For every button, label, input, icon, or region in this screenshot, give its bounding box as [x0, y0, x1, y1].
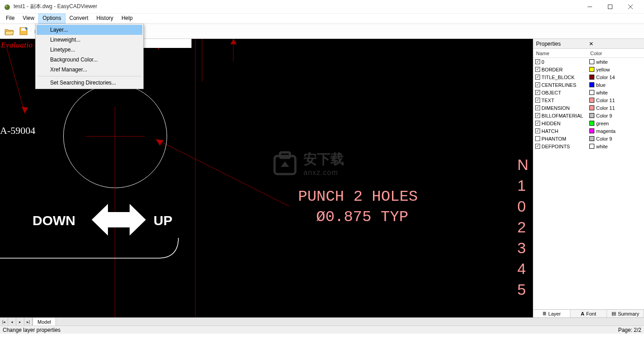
menu-help[interactable]: Help: [117, 14, 137, 24]
layer-name: HATCH: [541, 128, 558, 134]
options-searchdir[interactable]: Set Searching Directories...: [37, 78, 142, 88]
color-label: Color 9: [596, 113, 612, 118]
options-lineweight[interactable]: Lineweight...: [37, 35, 142, 45]
save-button[interactable]: [17, 25, 30, 38]
layer-row[interactable]: ✓TITLE_BLOCKColor 14: [533, 73, 644, 81]
layer-checkbox[interactable]: ✓: [535, 98, 540, 103]
color-label: Color 11: [596, 98, 615, 103]
color-swatch: [589, 136, 594, 141]
layer-checkbox[interactable]: [535, 136, 540, 141]
tab-layer-label: Layer: [548, 311, 561, 316]
hdr-color[interactable]: Color: [588, 51, 644, 56]
options-layer[interactable]: Layer...: [37, 25, 142, 35]
up-label: UP: [154, 213, 173, 228]
sheet-tab-model[interactable]: Model: [33, 318, 56, 326]
color-label: blue: [596, 82, 606, 88]
open-button[interactable]: [3, 25, 15, 38]
minimize-button[interactable]: [579, 0, 600, 13]
nav-prev[interactable]: ◂: [8, 318, 16, 326]
typ-text: Ø0.875 TYP: [316, 208, 408, 226]
menu-options[interactable]: Options: [38, 14, 65, 24]
centerline-h: [86, 136, 145, 137]
layer-checkbox[interactable]: ✓: [535, 144, 540, 149]
layer-name: OBJECT: [541, 90, 561, 95]
layer-checkbox[interactable]: ✓: [535, 59, 540, 64]
layer-checkbox[interactable]: ✓: [535, 105, 540, 110]
color-label: Color 14: [596, 75, 615, 80]
options-xref[interactable]: Xref Manager...: [37, 65, 142, 75]
menu-file[interactable]: File: [2, 14, 19, 24]
sheet-nav-arrows: |◂ ◂ ▸ ▸|: [0, 318, 33, 326]
maximize-button[interactable]: [600, 0, 620, 13]
layer-checkbox[interactable]: ✓: [535, 67, 540, 72]
tab-summary[interactable]: ▤ Summary: [607, 310, 644, 317]
nav-first[interactable]: |◂: [0, 318, 8, 326]
layer-row[interactable]: ✓DEFPOINTSwhite: [533, 142, 644, 150]
properties-title: Properties ✕: [533, 39, 644, 49]
layer-checkbox[interactable]: ✓: [535, 75, 540, 80]
side-0: 0: [517, 196, 528, 217]
nav-last[interactable]: ▸|: [24, 318, 33, 326]
layer-checkbox[interactable]: ✓: [535, 121, 540, 126]
double-arrow-icon: [92, 199, 146, 240]
layer-row[interactable]: ✓0white: [533, 58, 644, 66]
tab-font[interactable]: A Font: [570, 310, 607, 317]
hdr-name[interactable]: Name: [533, 51, 588, 56]
layer-row[interactable]: ✓CENTERLINESblue: [533, 81, 644, 89]
status-message: Change layer properties: [3, 327, 618, 333]
color-label: white: [596, 59, 608, 65]
color-swatch: [589, 98, 594, 103]
layer-checkbox[interactable]: ✓: [535, 82, 540, 87]
summary-icon: ▤: [611, 311, 616, 316]
svg-rect-7: [21, 28, 26, 31]
menubar: File View Options Convert History Help: [0, 14, 644, 24]
side-4: 4: [517, 258, 528, 279]
nav-next[interactable]: ▸: [16, 318, 24, 326]
options-linetype[interactable]: Linetype...: [37, 45, 142, 55]
statusbar: Change layer properties Page: 2/2: [0, 326, 644, 334]
properties-title-text: Properties: [536, 41, 589, 47]
svg-marker-24: [92, 204, 146, 236]
color-swatch: [589, 144, 594, 149]
layer-checkbox[interactable]: ✓: [535, 113, 540, 118]
layer-checkbox[interactable]: ✓: [535, 90, 540, 95]
layer-row[interactable]: ✓OBJECTwhite: [533, 89, 644, 96]
border-curve: [0, 238, 181, 274]
layer-name: BILLOFMATERIAL: [541, 113, 583, 118]
layer-name: DEFPOINTS: [541, 144, 570, 149]
color-label: yellow: [596, 67, 610, 72]
layer-checkbox[interactable]: ✓: [535, 128, 540, 133]
layer-row[interactable]: ✓TEXTColor 11: [533, 96, 644, 104]
tab-font-label: Font: [586, 311, 596, 316]
side-n: N: [517, 154, 528, 175]
menu-convert[interactable]: Convert: [65, 14, 93, 24]
tab-summary-label: Summary: [618, 311, 639, 316]
svg-point-1: [5, 5, 7, 7]
color-swatch: [589, 113, 594, 118]
color-label: magenta: [596, 128, 616, 134]
svg-marker-27: [281, 161, 289, 167]
properties-close-icon[interactable]: ✕: [589, 41, 642, 47]
properties-header: Name Color: [533, 49, 644, 58]
menu-history[interactable]: History: [93, 14, 117, 24]
options-dropdown: Layer... Lineweight... Linetype... Backg…: [35, 24, 144, 89]
color-swatch: [589, 121, 594, 126]
layer-row[interactable]: ✓HIDDENgreen: [533, 119, 644, 127]
side-1: 1: [517, 175, 528, 196]
color-swatch: [589, 128, 594, 133]
layer-row[interactable]: ✓BILLOFMATERIALColor 9: [533, 112, 644, 119]
svg-marker-21: [22, 107, 28, 113]
svg-point-0: [5, 5, 10, 10]
down-label: DOWN: [33, 213, 75, 228]
layer-row[interactable]: ✓DIMENSIONColor 11: [533, 104, 644, 112]
layer-row[interactable]: ✓HATCHmagenta: [533, 127, 644, 135]
tab-layer[interactable]: ≣ Layer: [533, 310, 570, 317]
menu-view[interactable]: View: [19, 14, 38, 24]
layer-row[interactable]: ✓BORDERyellow: [533, 66, 644, 73]
close-button[interactable]: [620, 0, 640, 13]
color-label: Color 11: [596, 105, 615, 111]
options-bgcolor[interactable]: Background Color...: [37, 55, 142, 65]
layer-name: DIMENSION: [541, 105, 569, 111]
layer-row[interactable]: PHANTOMColor 9: [533, 135, 644, 142]
layer-name: HIDDEN: [541, 121, 560, 126]
